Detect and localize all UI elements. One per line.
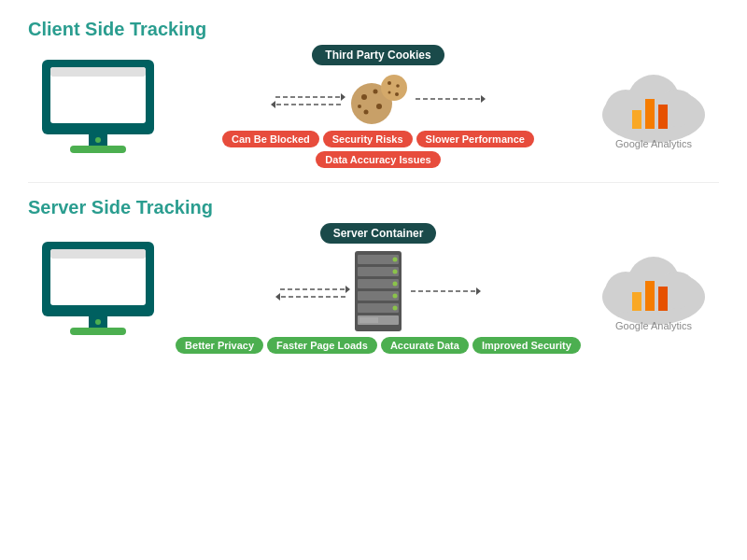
svg-point-44 — [393, 270, 398, 274]
server-left-arrow — [275, 280, 350, 302]
svg-rect-63 — [658, 287, 668, 311]
svg-point-42 — [393, 258, 398, 262]
pill-slower-performance: Slower Performance — [416, 131, 534, 147]
svg-rect-2 — [50, 67, 146, 77]
pill-security-risks: Security Risks — [323, 131, 413, 147]
svg-rect-4 — [70, 146, 126, 153]
pill-accurate-data: Accurate Data — [381, 337, 469, 354]
svg-rect-49 — [358, 303, 399, 313]
svg-point-17 — [388, 81, 391, 85]
svg-point-13 — [376, 104, 382, 109]
svg-point-12 — [374, 90, 378, 94]
svg-rect-47 — [358, 291, 399, 301]
svg-point-14 — [364, 110, 369, 115]
client-side-row: Third Party Cookies — [28, 45, 719, 168]
svg-point-35 — [95, 319, 101, 325]
pill-faster-page-loads: Faster Page Loads — [267, 337, 377, 354]
client-bubble-label: Third Party Cookies — [312, 45, 444, 65]
client-right-arrow — [411, 88, 486, 110]
svg-rect-41 — [358, 255, 399, 264]
cookies-icon — [345, 71, 411, 127]
svg-marker-39 — [275, 293, 280, 301]
server-cloud-svg — [593, 245, 714, 329]
client-pills: Can Be Blocked Security Risks Slower Per… — [168, 131, 588, 168]
client-left-arrow — [271, 88, 345, 110]
svg-point-46 — [393, 282, 398, 287]
client-analytics-label: Google Analytics — [615, 138, 692, 149]
server-right-arrow — [406, 280, 481, 302]
server-rack-icon — [350, 249, 406, 333]
server-bubble-label: Server Container — [320, 223, 437, 244]
server-analytics: Google Analytics — [588, 245, 719, 331]
svg-marker-56 — [476, 287, 481, 295]
svg-point-11 — [361, 94, 367, 100]
svg-rect-32 — [50, 249, 146, 259]
svg-point-50 — [393, 306, 398, 311]
svg-rect-62 — [645, 281, 655, 311]
pill-data-accuracy: Data Accuracy Issues — [316, 151, 440, 168]
svg-point-19 — [395, 92, 399, 96]
svg-point-15 — [358, 105, 361, 108]
server-monitor — [28, 237, 168, 340]
svg-point-18 — [396, 84, 400, 88]
client-analytics: Google Analytics — [588, 63, 719, 149]
svg-marker-9 — [271, 101, 275, 108]
client-side-section: Client Side Tracking — [28, 19, 719, 168]
svg-rect-29 — [658, 105, 668, 129]
svg-rect-43 — [358, 267, 399, 276]
server-side-section: Server Side Tracking Server Container — [28, 197, 719, 354]
server-side-row: Server Container — [28, 223, 719, 354]
svg-rect-28 — [645, 99, 655, 129]
svg-rect-61 — [632, 292, 641, 311]
server-analytics-label: Google Analytics — [615, 320, 692, 331]
section-divider — [28, 182, 719, 183]
svg-point-48 — [393, 294, 398, 299]
svg-point-16 — [381, 75, 407, 101]
svg-point-5 — [95, 137, 101, 143]
pill-better-privacy: Better Privacy — [176, 337, 263, 354]
pill-improved-security: Improved Security — [472, 337, 581, 354]
server-pills: Better Privacy Faster Page Loads Accurat… — [176, 337, 581, 354]
client-middle: Third Party Cookies — [168, 45, 588, 168]
main-container: Client Side Tracking — [0, 0, 747, 560]
server-side-title: Server Side Tracking — [28, 197, 719, 218]
svg-rect-27 — [632, 110, 641, 129]
svg-rect-34 — [70, 328, 126, 335]
svg-marker-22 — [481, 95, 486, 103]
pill-can-be-blocked: Can Be Blocked — [222, 131, 319, 147]
svg-point-20 — [388, 91, 391, 94]
client-side-title: Client Side Tracking — [28, 19, 719, 40]
server-middle: Server Container — [168, 223, 588, 354]
svg-rect-45 — [358, 279, 399, 288]
client-monitor — [28, 55, 168, 158]
client-cloud-svg — [593, 63, 714, 147]
